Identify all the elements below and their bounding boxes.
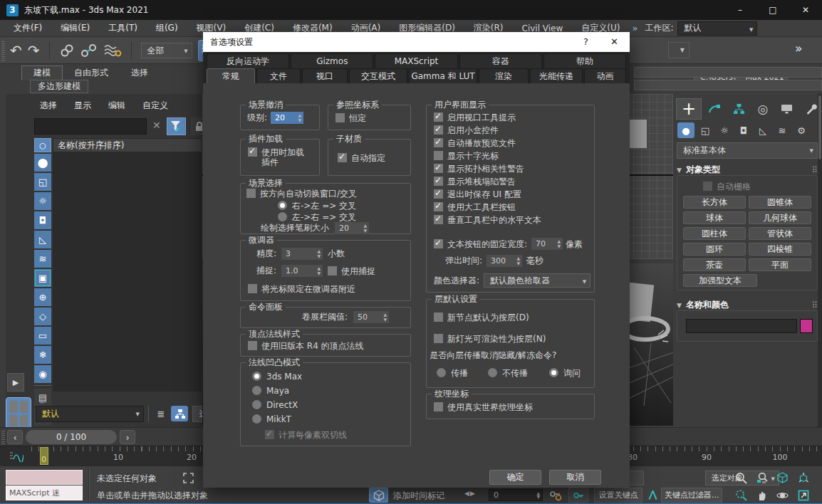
bump-mikkt-radio[interactable]: MikkT xyxy=(252,414,291,424)
zoom-button[interactable] xyxy=(732,471,749,485)
auto-window-crossing-checkbox[interactable]: 按方向自动切换窗口/交叉 xyxy=(246,189,357,199)
bind-to-space-warp-icon[interactable] xyxy=(103,43,122,58)
create-pyramid-button[interactable]: 四棱锥 xyxy=(749,243,811,256)
tab-gamma-lut[interactable]: Gamma 和 LUT xyxy=(409,68,477,83)
save-ui-on-exit-checkbox[interactable]: 退出时保存 UI 配置 xyxy=(434,189,521,199)
unlink-selection-icon[interactable] xyxy=(80,43,98,58)
bump-3dsmax-radio[interactable]: 3ds Max xyxy=(252,372,302,382)
viewport-layout-button[interactable] xyxy=(6,397,31,430)
filter-lights-icon[interactable]: ☼ xyxy=(34,192,51,210)
dialog-title-bar[interactable]: 首选项设置 ? ✕ xyxy=(203,32,630,52)
menu-edit[interactable]: 编辑(E) xyxy=(51,22,99,34)
constant-checkbox[interactable]: 恒定 xyxy=(335,113,366,123)
filter-containers-icon[interactable]: ▭ xyxy=(34,327,51,345)
filter-xrefs-icon[interactable]: ⊕ xyxy=(34,288,51,306)
maximize-button[interactable]: □ xyxy=(756,0,789,20)
zoom-region-button[interactable] xyxy=(732,488,749,503)
selection-filter-dropdown[interactable]: 全部 xyxy=(141,43,192,58)
mini-curve-editor-button[interactable] xyxy=(6,448,27,464)
subcat-spacewarps-icon[interactable]: ≋ xyxy=(774,122,791,138)
wrap-cursor-checkbox[interactable]: 将光标限定在微调器附近 xyxy=(248,284,355,294)
topology-warning-checkbox[interactable]: 显示拓扑相关性警告 xyxy=(434,164,524,174)
subcat-geometry-icon[interactable]: ● xyxy=(677,122,694,138)
tab-viewports[interactable]: 视口 xyxy=(302,68,348,83)
filter-shapes-icon[interactable]: ◱ xyxy=(34,173,51,191)
filter-frozen-icon[interactable]: ❄ xyxy=(34,346,51,364)
load-on-use-checkbox[interactable]: 使用时加载插件 xyxy=(248,147,315,167)
filter-helpers-icon[interactable]: ◺ xyxy=(34,231,51,248)
rollup-threshold-spinner[interactable]: 50 xyxy=(353,311,389,323)
filter-spacewarps-icon[interactable]: ≋ xyxy=(34,250,51,268)
previous-frame-button[interactable]: ‹ xyxy=(7,430,23,444)
zoom-extents-all-button[interactable] xyxy=(795,471,812,485)
pan-button[interactable] xyxy=(754,488,771,503)
next-frame-button[interactable]: › xyxy=(120,430,135,444)
auto-assign-checkbox[interactable]: 自动指定 xyxy=(338,153,385,163)
create-geosphere-button[interactable]: 几何球体 xyxy=(749,211,811,224)
toolbar-drag-handle[interactable] xyxy=(1,40,5,61)
object-color-swatch[interactable] xyxy=(800,319,813,333)
explorer-name-column-header[interactable]: 名称(按升序排序) xyxy=(53,138,202,152)
subcat-shapes-icon[interactable]: ◱ xyxy=(697,122,714,138)
subcat-helpers-icon[interactable]: ◺ xyxy=(754,122,771,138)
explorer-menu-select[interactable]: 选择 xyxy=(40,100,57,112)
zoom-extents-button[interactable] xyxy=(774,471,791,485)
key-step-arrows-icon[interactable]: ◀▶ xyxy=(464,490,476,497)
time-tag-cube-button[interactable] xyxy=(369,488,388,503)
undo-icon[interactable]: ↶ xyxy=(10,43,22,58)
tab-general[interactable]: 常规 xyxy=(207,68,255,83)
tab-rendering[interactable]: 渲染 xyxy=(479,68,529,83)
menu-overflow-chevron-icon[interactable]: » xyxy=(632,23,638,33)
key-filters-button[interactable]: 关键点过滤器... xyxy=(661,488,722,503)
tab-interaction-mode[interactable]: 交互模式 xyxy=(349,68,407,83)
workspace-dropdown[interactable]: 默认 xyxy=(677,21,757,36)
menu-file[interactable]: 文件(F) xyxy=(4,22,51,34)
subcat-lights-icon[interactable]: ☼ xyxy=(716,122,733,138)
tab-files[interactable]: 文件 xyxy=(256,68,301,83)
create-torus-button[interactable]: 圆环 xyxy=(683,243,746,256)
propagate-radio[interactable]: 传播 xyxy=(437,368,468,378)
set-keys-button[interactable] xyxy=(568,488,588,503)
search-filter-button[interactable] xyxy=(167,117,186,135)
filter-geometry-icon[interactable]: ⬤ xyxy=(34,154,51,172)
create-cylinder-button[interactable]: 圆柱体 xyxy=(683,227,746,240)
stack-collapse-warning-checkbox[interactable]: 显示堆栈塌陷警告 xyxy=(434,177,516,187)
flyout-time-spinner[interactable]: 300 xyxy=(487,255,522,267)
maxscript-macro-recorder[interactable] xyxy=(6,470,83,485)
tab-motion-icon[interactable]: ◎ xyxy=(751,98,774,120)
new-lights-by-layer-checkbox[interactable]: 新灯光可渲染性为按层(N) xyxy=(434,334,546,344)
viewport-tooltips-checkbox[interactable]: 启用视口工具提示 xyxy=(434,112,516,122)
command-panel-scrollbar[interactable] xyxy=(818,94,822,427)
menu-group[interactable]: 组(G) xyxy=(147,22,187,34)
set-key-toggle-button[interactable]: 设置关键点 xyxy=(594,488,642,503)
preset-dropdown[interactable]: 默认 xyxy=(36,406,144,422)
scrollbar-thumb[interactable] xyxy=(818,95,821,159)
select-and-link-icon[interactable] xyxy=(59,43,75,58)
right-left-crossing-radio[interactable]: 右->左 => 交叉 xyxy=(278,201,356,211)
tab-containers[interactable]: 容器 xyxy=(459,53,542,68)
partial-toolbar-dropdown[interactable]: ▼ xyxy=(668,42,690,58)
explorer-menu-customize[interactable]: 自定义 xyxy=(142,100,168,112)
ok-button[interactable]: 确定 xyxy=(489,470,541,485)
ribbon-tab-selection[interactable]: 选择 xyxy=(120,66,160,80)
real-world-texcoords-checkbox[interactable]: 使用真实世界纹理坐标 xyxy=(434,402,533,412)
explorer-partial-button[interactable]: 选 xyxy=(192,406,202,422)
tab-maxscript[interactable]: MAXScript xyxy=(375,53,457,68)
explorer-menu-edit[interactable]: 编辑 xyxy=(108,100,125,112)
explorer-menu-display[interactable]: 显示 xyxy=(74,100,91,112)
close-button[interactable]: ✕ xyxy=(789,0,822,20)
bump-directx-radio[interactable]: DirectX xyxy=(252,400,298,410)
ribbon-tab-freeform[interactable]: 自由形式 xyxy=(63,66,120,80)
color-selector-dropdown[interactable]: 默认颜色拾取器 xyxy=(484,273,591,288)
create-textplus-button[interactable]: 加强型文本 xyxy=(683,274,757,287)
lock-explorer-button[interactable] xyxy=(191,117,202,135)
explorer-search-input[interactable] xyxy=(34,118,147,135)
autoplay-preview-checkbox[interactable]: 自动播放预览文件 xyxy=(434,138,516,148)
tab-create-icon[interactable]: + xyxy=(676,98,702,120)
dialog-help-button[interactable]: ? xyxy=(583,36,588,47)
explorer-list-area[interactable] xyxy=(53,152,202,392)
dialog-close-button[interactable]: ✕ xyxy=(610,36,618,47)
menu-tools[interactable]: 工具(T) xyxy=(99,22,147,34)
large-toolbar-buttons-checkbox[interactable]: 使用大工具栏按钮 xyxy=(434,202,516,212)
tab-hierarchy-icon[interactable] xyxy=(727,98,750,120)
